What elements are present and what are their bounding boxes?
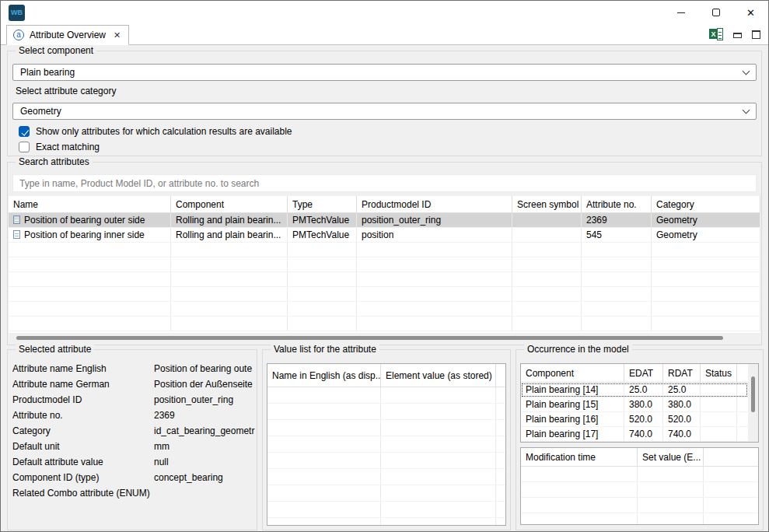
column-header[interactable]: Type — [288, 196, 357, 212]
table-header-row: Modification timeSet value (E... — [521, 448, 758, 467]
table-cell: position_outer_ring — [357, 213, 512, 227]
maximize-button[interactable] — [698, 1, 733, 24]
field-value: null — [154, 454, 257, 470]
close-button[interactable]: ✕ — [733, 1, 768, 24]
table-cell — [750, 287, 760, 301]
table-cell — [496, 518, 505, 526]
component-dropdown[interactable]: Plain bearing — [12, 64, 757, 81]
table-cell — [737, 397, 748, 411]
vertical-scrollbar-thumb[interactable] — [751, 376, 755, 412]
minimize-button[interactable] — [663, 1, 698, 24]
tab-label: Attribute Overview — [30, 30, 106, 40]
column-header[interactable]: EDAT — [624, 364, 663, 382]
category-label: Select attribute category — [16, 86, 116, 96]
table-cell — [267, 518, 381, 526]
table-row-empty — [9, 287, 760, 302]
column-header[interactable]: Category — [652, 196, 750, 212]
column-header[interactable]: Component — [521, 364, 624, 382]
vertical-scrollbar — [748, 364, 758, 442]
content-area: Select component Plain bearing Select at… — [1, 45, 768, 531]
table-cell: Position of bearing outer side — [9, 213, 171, 227]
document-icon — [13, 230, 20, 239]
table-row-empty — [267, 485, 505, 502]
table-row[interactable]: Position of bearing inner sideRolling an… — [9, 228, 760, 243]
column-header[interactable]: Attribute no. — [582, 196, 652, 212]
table-cell — [171, 287, 288, 301]
table-row[interactable]: Plain bearing [14]25.025.0 — [521, 383, 748, 397]
table-cell — [381, 469, 496, 485]
table-row-empty — [267, 404, 505, 420]
table-cell — [171, 317, 288, 331]
table-cell — [288, 317, 357, 331]
table-cell — [288, 272, 357, 286]
show-only-calc-checkbox-row: Show only attributes for which calculati… — [19, 125, 292, 138]
table-cell — [9, 302, 171, 316]
table-cell — [357, 287, 512, 301]
table-cell — [496, 420, 505, 436]
exact-matching-label: Exact matching — [36, 142, 100, 152]
table-cell — [357, 317, 512, 331]
table-cell — [512, 228, 582, 242]
table-cell — [737, 412, 748, 426]
app-logo-icon: WB — [9, 5, 25, 21]
table-cell — [357, 302, 512, 316]
table-cell — [267, 436, 381, 452]
field-value: concept_bearing — [154, 470, 257, 485]
column-header[interactable]: Screen symbol — [512, 196, 582, 212]
table-row[interactable]: Plain bearing [16]520.0520.0 — [521, 412, 748, 427]
table-cell — [496, 502, 505, 517]
title-bar: WB ✕ — [1, 1, 768, 24]
table-cell — [750, 302, 760, 316]
table-row-empty — [267, 436, 505, 453]
table-cell — [496, 387, 505, 403]
table-cell: PMTechValue — [288, 213, 357, 227]
column-header[interactable]: Productmodel ID — [357, 196, 512, 212]
table-cell: Rolling and plain bearin... — [171, 213, 288, 227]
table-cell — [704, 498, 758, 513]
field-label: Default unit — [12, 439, 154, 454]
table-row[interactable]: Plain bearing [15]380.0380.0 — [521, 397, 748, 412]
table-row[interactable]: Position of bearing outer sideRolling an… — [9, 213, 760, 228]
column-header[interactable]: Component — [171, 196, 288, 212]
select-component-group: Select component Plain bearing Select at… — [7, 51, 762, 156]
column-header[interactable] — [704, 448, 758, 466]
table-cell — [521, 482, 638, 497]
column-header[interactable]: Name — [9, 196, 171, 212]
table-cell — [381, 420, 496, 436]
table-cell — [638, 513, 704, 525]
table-cell — [701, 412, 737, 426]
table-cell — [512, 287, 582, 301]
column-header[interactable] — [750, 196, 760, 212]
exact-matching-checkbox[interactable] — [19, 142, 30, 152]
column-header[interactable] — [496, 364, 505, 387]
app-window: WB ✕ a Attribute Overview ✕ X Select com… — [0, 0, 769, 532]
table-cell — [582, 243, 652, 257]
maximize-view-button[interactable] — [752, 30, 760, 39]
tab-close-icon[interactable]: ✕ — [114, 30, 121, 40]
column-header[interactable]: Set value (E... — [638, 448, 704, 466]
horizontal-scrollbar-thumb[interactable] — [16, 336, 723, 340]
category-dropdown[interactable]: Geometry — [12, 103, 757, 120]
table-cell — [750, 257, 760, 271]
table-row-empty — [521, 513, 758, 525]
column-header[interactable]: Element value (as stored) — [381, 364, 496, 387]
table-header-row: ComponentEDATRDATStatus — [521, 364, 748, 383]
column-header[interactable]: Name in English (as disp... — [267, 364, 381, 387]
exact-matching-checkbox-row: Exact matching — [19, 141, 100, 153]
table-cell — [267, 469, 381, 485]
table-cell — [512, 272, 582, 286]
table-cell — [267, 387, 381, 403]
chevron-down-icon — [743, 106, 750, 114]
column-header[interactable] — [737, 364, 748, 382]
column-header[interactable]: Modification time — [521, 448, 638, 466]
show-only-calc-checkbox[interactable] — [19, 126, 30, 137]
minimize-view-button[interactable] — [733, 33, 742, 38]
export-excel-button[interactable]: X — [709, 28, 723, 40]
table-cell: Plain bearing [15] — [521, 397, 624, 411]
table-header-row: NameComponentTypeProductmodel IDScreen s… — [9, 196, 760, 213]
table-row[interactable]: Plain bearing [17]740.0740.0 — [521, 427, 748, 442]
search-input[interactable] — [12, 174, 757, 192]
tab-attribute-overview[interactable]: a Attribute Overview ✕ — [6, 25, 129, 45]
column-header[interactable]: RDAT — [663, 364, 701, 382]
column-header[interactable]: Status — [701, 364, 737, 382]
